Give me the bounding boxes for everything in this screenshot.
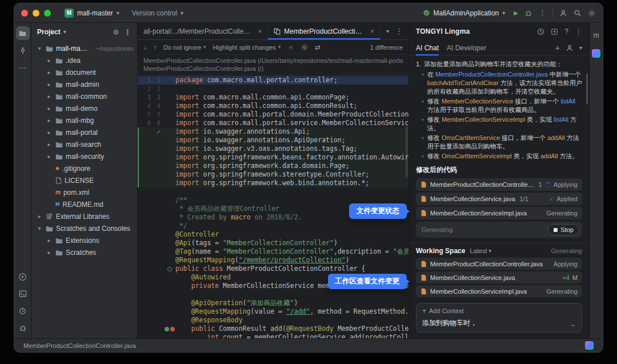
method-marker-icon[interactable] — [165, 327, 169, 331]
chat-input-box[interactable]: + Add Context 添加到购物车时， → — [416, 303, 582, 333]
tree-item[interactable]: ▾mall-master [mall]~/repositories — [31, 42, 137, 54]
code-line[interactable]: import org.springframework.beans.factory… — [138, 153, 408, 162]
play-icon[interactable]: ▶ — [514, 10, 518, 16]
ignore-policy-dropdown[interactable]: Do not ignore ▾ — [163, 44, 206, 51]
project-folder-button[interactable] — [16, 26, 30, 40]
working-space-row[interactable]: MemberProductCollectionController.javaAp… — [416, 258, 582, 270]
settings-icon[interactable] — [588, 9, 596, 17]
tree-item[interactable]: ▸mall-mbg — [31, 114, 137, 126]
terminal-button[interactable] — [16, 287, 30, 301]
chat-input-value[interactable]: 添加到购物车时， — [422, 318, 564, 328]
code-line[interactable]: 22 — [138, 85, 408, 93]
debug-button[interactable] — [16, 321, 30, 335]
code-line[interactable]: 11package com.macro.mall.portal.controll… — [138, 76, 408, 85]
debug-icon[interactable] — [524, 9, 532, 17]
highlight-mode-dropdown[interactable]: Highlight split changes ▾ — [213, 44, 281, 51]
code-line[interactable]: ✓import io.swagger.annotations.Api; — [138, 127, 408, 136]
lingma-icon[interactable] — [592, 49, 600, 58]
working-space-filter-dropdown[interactable]: Latest ▾ — [470, 247, 491, 254]
code-line[interactable]: */ — [138, 222, 408, 230]
chevron-down-icon[interactable]: ▾ — [579, 45, 582, 51]
tree-item[interactable]: ▸document — [31, 66, 137, 78]
code-line[interactable]: 55import com.macro.mall.portal.domain.Me… — [138, 110, 408, 119]
play-circle-button[interactable] — [16, 270, 30, 283]
working-space-row[interactable]: MemberCollectionService.java+4M — [416, 271, 582, 283]
tree-item[interactable]: ▸mall-search — [31, 138, 137, 150]
code-line[interactable]: @ApiOperation("添加商品收藏") — [138, 299, 408, 307]
code-line[interactable]: import io.swagger.v3.oas.annotations.tag… — [138, 145, 408, 153]
user-icon[interactable] — [559, 9, 567, 17]
editor-tab[interactable]: all-portal/.../MemberProductCollectionCo… — [138, 23, 268, 39]
kebab-icon[interactable]: ⋮ — [124, 29, 131, 36]
run-configuration-selector[interactable]: MallAdminApplication ▾ — [420, 7, 508, 19]
history-icon[interactable] — [537, 28, 544, 35]
code-line[interactable]: @Tag(name = "MemberCollectionController"… — [138, 247, 408, 256]
minimize-window-button[interactable] — [33, 10, 39, 17]
code-line[interactable]: import org.springframework.data.domain.P… — [138, 162, 408, 170]
kebab-icon[interactable]: ⋮ — [575, 28, 582, 35]
code-line[interactable]: 44import com.macro.mall.common.api.Commo… — [138, 102, 408, 110]
file-change-row[interactable]: MemberCollectionService.java1/1✓Applied — [416, 193, 582, 205]
plus-icon[interactable]: + — [555, 44, 560, 52]
user-icon[interactable] — [566, 44, 574, 52]
file-change-row[interactable]: MemberCollectionServiceImpl.javaGenerati… — [416, 207, 582, 219]
new-chat-icon[interactable] — [551, 28, 558, 35]
tree-item[interactable]: ◆.gitignore — [31, 162, 137, 174]
working-space-row[interactable]: MemberCollectionServiceImpl.javaGenerati… — [416, 285, 582, 297]
tree-item[interactable]: ▸mall-demo — [31, 102, 137, 114]
code-line[interactable]: 33import com.macro.mall.common.api.Commo… — [138, 93, 408, 102]
code-line[interactable] — [138, 187, 408, 196]
code-line[interactable]: @Controller — [138, 230, 408, 239]
vcs-widget[interactable]: Version control ▾ — [127, 7, 188, 19]
method-marker-icon[interactable] — [170, 327, 175, 331]
ai-tab-ai-developer[interactable]: AI Developer — [447, 40, 486, 55]
run-marker-icon[interactable] — [167, 267, 172, 271]
help-icon[interactable]: ? — [564, 28, 568, 35]
send-icon[interactable]: → — [568, 321, 576, 328]
code-line[interactable]: import org.springframework.stereotype.Co… — [138, 170, 408, 179]
close-icon[interactable]: × — [258, 28, 262, 35]
lingma-icon[interactable] — [585, 341, 594, 350]
code-line[interactable] — [138, 290, 408, 299]
code-line[interactable]: @ResponseBody — [138, 316, 408, 325]
commit-button[interactable] — [16, 43, 30, 57]
ellipsis-button[interactable]: ⋯ — [16, 61, 30, 74]
tree-item[interactable]: LICENSE — [31, 174, 137, 186]
add-context-button[interactable]: + Add Context — [422, 307, 576, 314]
kebab-icon[interactable]: ⋮ — [539, 9, 546, 17]
search-icon[interactable] — [574, 9, 582, 17]
close-window-button[interactable] — [21, 10, 28, 17]
user-icon — [566, 44, 574, 52]
code-line[interactable]: 66import com.macro.mall.portal.service.M… — [138, 119, 408, 127]
code-line[interactable]: import io.swagger.annotations.ApiOperati… — [138, 136, 408, 145]
code-line[interactable]: @RequestMapping("/member/productCollecti… — [138, 256, 408, 265]
tree-item[interactable]: ▸Scratches — [31, 246, 137, 258]
project-selector[interactable]: M mall-master ▾ — [60, 7, 124, 19]
code-line[interactable]: @Api(tags = "MemberCollectionController"… — [138, 239, 408, 247]
tree-item[interactable]: mpom.xml — [31, 186, 137, 198]
code-line[interactable]: @RequestMapping(value = "/add", method =… — [138, 307, 408, 316]
ai-tab-ai-chat[interactable]: AI Chat — [416, 40, 439, 55]
editor-tab[interactable]: MemberProductCollectionController.java× — [268, 23, 380, 39]
history-button[interactable] — [16, 304, 30, 318]
zoom-window-button[interactable] — [44, 10, 51, 17]
code-line[interactable]: int count = memberCollectionService.add(… — [138, 333, 408, 338]
tree-item[interactable]: ▸mall-admin — [31, 78, 137, 90]
locate-icon[interactable]: ⊙ — [113, 29, 119, 36]
close-icon[interactable]: × — [370, 28, 374, 35]
file-change-row[interactable]: MemberProductCollectionController.java1A… — [416, 178, 582, 191]
chat-scrollbar[interactable] — [586, 73, 588, 105]
tree-item[interactable]: ▸Extensions — [31, 234, 137, 246]
m-plugin-button[interactable]: m — [590, 29, 603, 42]
tree-item[interactable]: ▸mall-portal — [31, 126, 137, 138]
tree-item[interactable]: ▸mall-security — [31, 150, 137, 162]
tree-item[interactable]: ▸.idea — [31, 54, 137, 66]
code-line[interactable]: public class MemberProductCollectionCont… — [138, 265, 408, 273]
stop-button[interactable]: Stop — [548, 224, 579, 235]
tree-item[interactable]: ▸mall-common — [31, 90, 137, 102]
code-line[interactable]: public CommonResult add(@RequestBody Mem… — [138, 325, 408, 333]
tree-item[interactable]: ▾Scratches and Consoles — [31, 222, 137, 234]
code-line[interactable]: import org.springframework.web.bind.anno… — [138, 179, 408, 187]
tree-item[interactable]: MREADME.md — [31, 198, 137, 210]
tree-item[interactable]: ▸External Libraries — [31, 210, 137, 222]
